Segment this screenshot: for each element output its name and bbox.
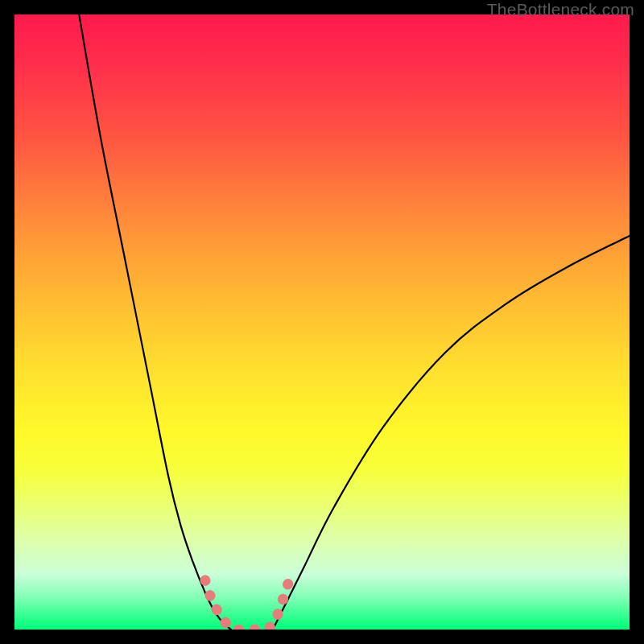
watermark-text: TheBottleneck.com <box>487 0 634 19</box>
plot-area <box>14 14 630 630</box>
right-curve <box>273 236 630 630</box>
valley-marker <box>205 574 291 630</box>
left-curve <box>79 14 231 630</box>
curves-svg <box>14 14 630 630</box>
chart-frame: TheBottleneck.com <box>0 0 644 644</box>
